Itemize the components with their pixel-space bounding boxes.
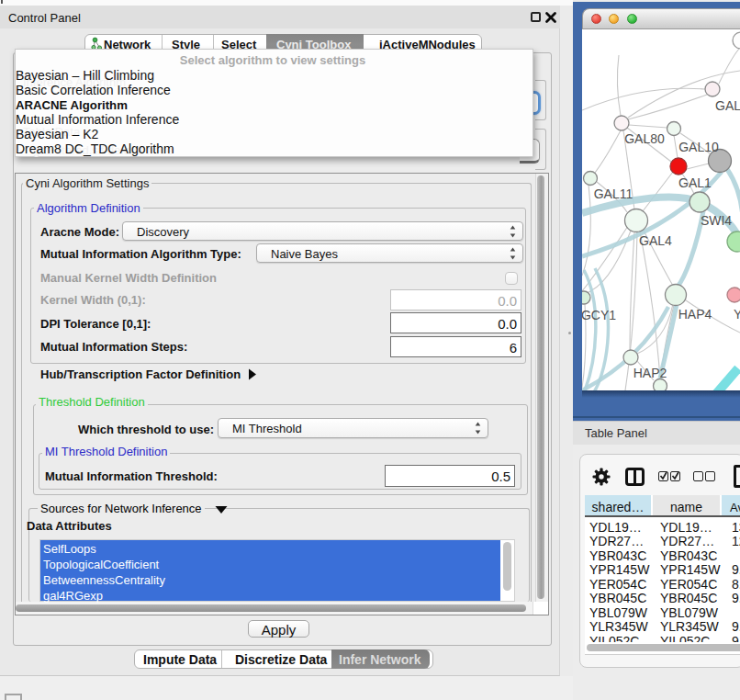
svg-text:GAL11: GAL11 bbox=[594, 186, 633, 201]
svg-text:HAP2: HAP2 bbox=[633, 366, 667, 380]
svg-text:SWI4: SWI4 bbox=[701, 213, 732, 228]
svg-text:GCY1: GCY1 bbox=[582, 308, 616, 322]
svg-text:HAP4: HAP4 bbox=[678, 307, 712, 322]
svg-text:GAL1: GAL1 bbox=[678, 175, 712, 190]
svg-text:GAL1: GAL1 bbox=[715, 98, 740, 113]
svg-text:GAL4: GAL4 bbox=[639, 233, 672, 248]
svg-text:GAL10: GAL10 bbox=[678, 140, 719, 154]
svg-text:GAL80: GAL80 bbox=[624, 131, 665, 146]
svg-text:Y: Y bbox=[734, 307, 740, 322]
